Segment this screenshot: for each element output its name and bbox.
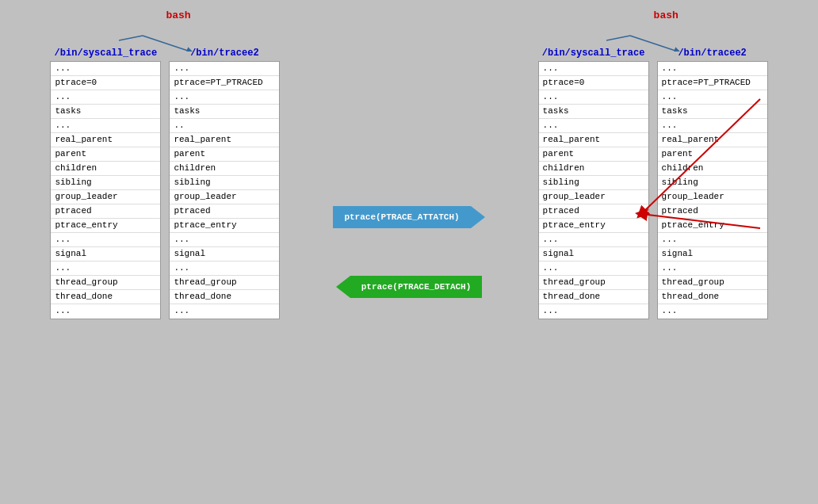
table-row: thread_done	[51, 290, 160, 304]
middle-panel: ptrace(PTRACE_ATTATCH) ptrace(PTRACE_DET…	[331, 0, 487, 504]
table-row: ...	[539, 119, 648, 133]
table-row: sibling	[170, 176, 279, 190]
table-row: ...	[170, 262, 279, 276]
table-row: parent	[539, 147, 648, 162]
ptrace-attach-arrow: ptrace(PTRACE_ATTATCH)	[333, 206, 484, 228]
table-row: ...	[539, 62, 648, 76]
table-row: real_parent	[170, 133, 279, 147]
table-row: group_leader	[51, 190, 160, 204]
table-row: ptraced	[170, 204, 279, 219]
left-bash-label: bash	[143, 10, 214, 52]
table-row: tasks	[539, 105, 648, 119]
table-row: children	[539, 162, 648, 176]
table-row: ptrace_entry	[51, 219, 160, 233]
table-row: tasks	[658, 105, 767, 119]
table-row: parent	[170, 147, 279, 162]
table-row: group_leader	[539, 190, 648, 204]
table-row: ...	[51, 304, 160, 319]
right-col2-box: ... ptrace=PT_PTRACED ... tasks ... real…	[657, 61, 768, 319]
table-row: ...	[170, 304, 279, 319]
table-row: signal	[539, 247, 648, 262]
table-row: ptraced	[539, 204, 648, 219]
table-row: thread_done	[170, 290, 279, 304]
table-row: ptrace=0	[51, 76, 160, 90]
table-row: ...	[51, 90, 160, 105]
left-structs: /bin/syscall_trace ... ptrace=0 ... task…	[50, 48, 280, 319]
main-container: bash /bin/syscall_trace	[0, 0, 818, 504]
table-row: ...	[658, 262, 767, 276]
table-row: parent	[51, 147, 160, 162]
table-row: real_parent	[51, 133, 160, 147]
left-col1-box: ... ptrace=0 ... tasks ... real_parent p…	[50, 61, 161, 319]
right-panel: bash /bin/syscall_trace ...	[487, 0, 818, 504]
table-row: ptrace_entry	[539, 219, 648, 233]
table-row: ptraced	[658, 204, 767, 219]
table-row: thread_group	[658, 276, 767, 290]
table-row: ptrace=PT_PTRACED	[658, 76, 767, 90]
table-row: ...	[658, 304, 767, 319]
table-row: ptrace=0	[539, 76, 648, 90]
left-col2: /bin/tracee2 ... ptrace=PT_PTRACED ... t…	[169, 48, 280, 319]
table-row: ptrace_entry	[658, 219, 767, 233]
table-row: thread_group	[51, 276, 160, 290]
table-row: ...	[539, 262, 648, 276]
table-row: real_parent	[658, 133, 767, 147]
left-col2-box: ... ptrace=PT_PTRACED ... tasks .. real_…	[169, 61, 280, 319]
table-row: ...	[658, 90, 767, 105]
right-col1-box: ... ptrace=0 ... tasks ... real_parent p…	[538, 61, 649, 319]
table-row: sibling	[539, 176, 648, 190]
left-col1: /bin/syscall_trace ... ptrace=0 ... task…	[50, 48, 161, 319]
left-bash-area: bash	[4, 8, 327, 48]
table-row: ...	[170, 90, 279, 105]
right-bash-label: bash	[630, 10, 701, 52]
table-row: ...	[539, 90, 648, 105]
table-row: ...	[658, 119, 767, 133]
left-col2-title: /bin/tracee2	[190, 48, 258, 59]
table-row: ..	[170, 119, 279, 133]
table-row: ...	[51, 233, 160, 247]
table-row: group_leader	[658, 190, 767, 204]
table-row: thread_group	[539, 276, 648, 290]
left-panel: bash /bin/syscall_trace	[0, 0, 331, 504]
table-row: ...	[51, 262, 160, 276]
left-col1-title: /bin/syscall_trace	[55, 48, 158, 59]
right-col1: /bin/syscall_trace ... ptrace=0 ... task…	[538, 48, 649, 319]
table-row: signal	[658, 247, 767, 262]
table-row: ...	[539, 304, 648, 319]
table-row: ...	[170, 233, 279, 247]
table-row: ...	[658, 62, 767, 76]
table-row: ...	[539, 233, 648, 247]
right-col2: /bin/tracee2 ... ptrace=PT_PTRACED ... t…	[657, 48, 768, 319]
table-row: signal	[51, 247, 160, 262]
table-row: ...	[170, 62, 279, 76]
table-row: ptrace=PT_PTRACED	[170, 76, 279, 90]
table-row: ...	[51, 119, 160, 133]
table-row: signal	[170, 247, 279, 262]
table-row: thread_group	[170, 276, 279, 290]
table-row: ...	[658, 233, 767, 247]
table-row: sibling	[658, 176, 767, 190]
table-row: ptraced	[51, 204, 160, 219]
table-row: sibling	[51, 176, 160, 190]
right-col1-title: /bin/syscall_trace	[542, 48, 645, 59]
table-row: real_parent	[539, 133, 648, 147]
table-row: tasks	[51, 105, 160, 119]
table-row: thread_done	[539, 290, 648, 304]
table-row: children	[658, 162, 767, 176]
table-row: thread_done	[658, 290, 767, 304]
table-row: children	[51, 162, 160, 176]
right-col2-title: /bin/tracee2	[678, 48, 746, 59]
table-row: children	[170, 162, 279, 176]
table-row: ptrace_entry	[170, 219, 279, 233]
table-row: group_leader	[170, 190, 279, 204]
table-row: tasks	[170, 105, 279, 119]
table-row: parent	[658, 147, 767, 162]
ptrace-detach-arrow: ptrace(PTRACE_DETACH)	[336, 276, 483, 298]
right-structs: /bin/syscall_trace ... ptrace=0 ... task…	[538, 48, 768, 319]
right-bash-area: bash	[491, 8, 814, 48]
table-row: ...	[51, 62, 160, 76]
